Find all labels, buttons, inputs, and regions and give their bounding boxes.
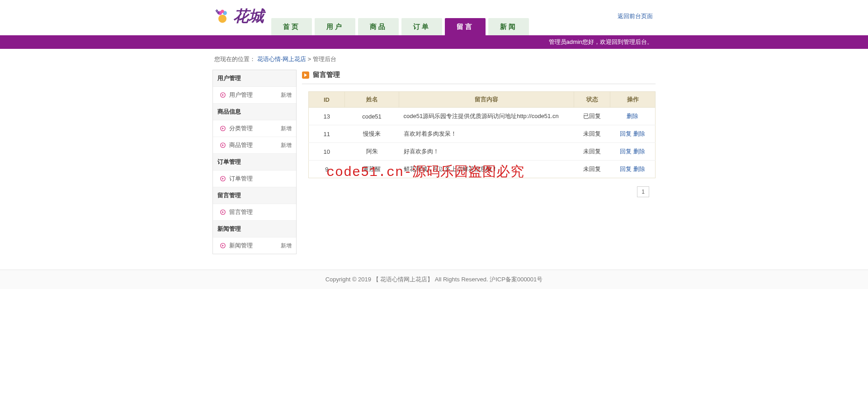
cell-status: 未回复 [574,161,610,178]
delete-link[interactable]: 删除 [627,113,638,119]
cell-content: code51源码乐园专注提供优质源码访问地址http://code51.cn [399,108,574,125]
welcome-text: 管理员admin您好，欢迎回到管理后台。 [212,35,656,49]
cell-ops: 回复删除 [610,143,656,161]
sidebar-add-link[interactable]: 新增 [281,125,292,133]
th-ops: 操作 [610,92,656,108]
cell-id: 10 [309,143,345,161]
sidebar-add-link[interactable]: 新增 [281,242,292,250]
th-status: 状态 [574,92,610,108]
sidebar-item-link[interactable]: 新闻管理 [229,242,253,250]
table-row: 9董苏醒鲜花商城，可以多上点鲜花信息嘛！未回复回复删除 [309,161,656,178]
sidebar: 用户管理用户管理新增商品信息分类管理新增商品管理新增订单管理订单管理留言管理留言… [212,70,297,254]
svg-point-0 [218,14,226,23]
cell-content: 鲜花商城，可以多上点鲜花信息嘛！ [399,161,574,178]
breadcrumb-current: 管理后台 [313,56,336,62]
back-to-front-link[interactable]: 返回前台页面 [618,12,653,20]
table-row: 11慢慢来喜欢对着多肉发呆！未回复回复删除 [309,125,656,143]
panel-arrow-icon [302,71,309,79]
page-link[interactable]: 1 [637,186,649,197]
delete-link[interactable]: 删除 [633,130,645,137]
cell-ops: 回复删除 [610,161,656,178]
sidebar-item-link[interactable]: 留言管理 [229,208,253,216]
site-logo: 花城 [212,6,264,27]
cell-status: 未回复 [574,125,610,143]
table-row: 10阿朱好喜欢多肉！未回复回复删除 [309,143,656,161]
breadcrumb-prefix: 您现在的位置： [214,56,255,62]
breadcrumb-sep: > [308,56,313,62]
reply-link[interactable]: 回复 [620,130,632,137]
bullet-arrow-icon [220,126,226,131]
sidebar-item: 商品管理新增 [213,137,296,154]
delete-link[interactable]: 删除 [633,148,645,155]
sidebar-item: 新闻管理新增 [213,237,296,254]
cell-ops: 回复删除 [610,125,656,143]
table-row: 13code51code51源码乐园专注提供优质源码访问地址http://cod… [309,108,656,125]
cell-ops: 删除 [610,108,656,125]
cell-content: 好喜欢多肉！ [399,143,574,161]
main-panel: 留言管理 ID 姓名 留言内容 状态 操作 13code51code51源码乐园… [302,70,656,197]
sidebar-group-title: 新闻管理 [213,221,296,237]
bullet-arrow-icon [220,92,226,98]
main-nav: 首页用户商品订单留言新闻 [212,18,656,35]
nav-item[interactable]: 用户 [315,18,355,35]
cell-id: 13 [309,108,345,125]
bullet-arrow-icon [220,142,226,148]
sidebar-item-link[interactable]: 用户管理 [229,91,253,99]
th-name: 姓名 [345,92,399,108]
bullet-arrow-icon [220,243,226,248]
bullet-arrow-icon [220,209,226,215]
logo-flower-icon [214,8,231,24]
sidebar-item-link[interactable]: 分类管理 [229,124,253,133]
breadcrumb: 您现在的位置： 花语心情-网上花店 > 管理后台 [212,49,656,70]
nav-item[interactable]: 新闻 [488,18,529,35]
pagination: 1 [302,186,649,197]
sidebar-add-link[interactable]: 新增 [281,142,292,149]
delete-link[interactable]: 删除 [633,166,645,172]
sidebar-group-title: 留言管理 [213,187,296,204]
sidebar-item-link[interactable]: 订单管理 [229,175,253,183]
svg-point-3 [221,10,224,13]
cell-name: 董苏醒 [345,161,399,178]
footer: Copyright © 2019 【 花语心情网上花店】 All Rights … [0,270,868,289]
nav-item[interactable]: 订单 [401,18,442,35]
sidebar-item: 用户管理新增 [213,87,296,104]
welcome-bar: 管理员admin您好，欢迎回到管理后台。 [0,35,868,49]
bullet-arrow-icon [220,176,226,181]
cell-status: 已回复 [574,108,610,125]
sidebar-item: 订单管理 [213,171,296,187]
cell-id: 11 [309,125,345,143]
th-id: ID [309,92,345,108]
sidebar-item: 留言管理 [213,204,296,221]
panel-heading: 留言管理 [302,70,656,84]
messages-table: ID 姓名 留言内容 状态 操作 13code51code51源码乐园专注提供优… [308,91,656,178]
sidebar-item-link[interactable]: 商品管理 [229,141,253,149]
sidebar-item: 分类管理新增 [213,120,296,137]
cell-name: 阿朱 [345,143,399,161]
sidebar-add-link[interactable]: 新增 [281,91,292,99]
cell-name: 慢慢来 [345,125,399,143]
cell-name: code51 [345,108,399,125]
cell-content: 喜欢对着多肉发呆！ [399,125,574,143]
th-content: 留言内容 [399,92,574,108]
logo-text: 花城 [233,6,264,27]
breadcrumb-home-link[interactable]: 花语心情-网上花店 [257,56,306,62]
cell-status: 未回复 [574,143,610,161]
sidebar-group-title: 订单管理 [213,154,296,171]
reply-link[interactable]: 回复 [620,166,632,172]
sidebar-group-title: 用户管理 [213,70,296,87]
cell-id: 9 [309,161,345,178]
nav-item[interactable]: 留言 [445,18,486,35]
panel-title: 留言管理 [313,71,340,79]
nav-item[interactable]: 商品 [358,18,399,35]
reply-link[interactable]: 回复 [620,148,632,155]
nav-item[interactable]: 首页 [271,18,312,35]
sidebar-group-title: 商品信息 [213,104,296,120]
